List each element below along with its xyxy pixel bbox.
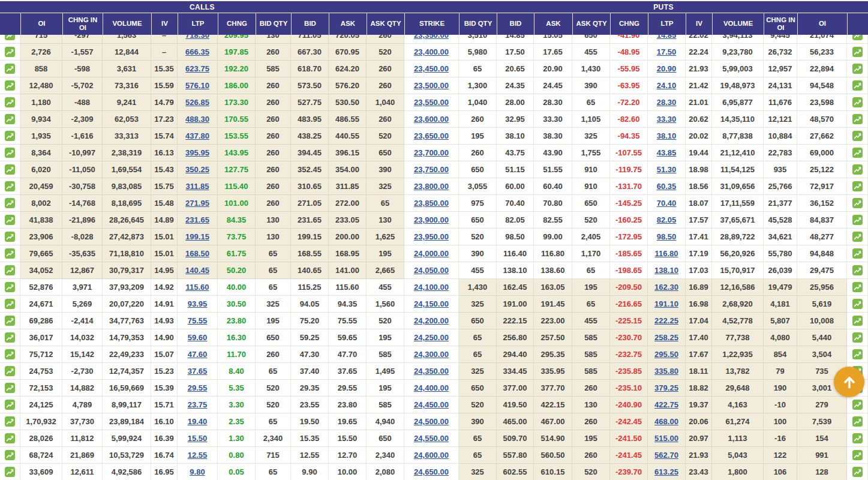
put-chart-icon-cell[interactable] bbox=[847, 44, 868, 61]
put-chart-icon-cell[interactable] bbox=[847, 195, 868, 212]
put-ltp-link[interactable]: 162.30 bbox=[654, 283, 678, 292]
strike-link[interactable]: 24,350.00 bbox=[414, 367, 449, 376]
strike-link[interactable]: 24,450.00 bbox=[414, 400, 449, 409]
call-ltp-link[interactable]: 23.75 bbox=[188, 400, 208, 409]
put-ltp-link[interactable]: 295.50 bbox=[654, 350, 678, 359]
put-ltp-link[interactable]: 335.80 bbox=[654, 367, 678, 376]
call-ltp-link[interactable]: 488.30 bbox=[185, 115, 209, 124]
call-chart-icon-cell[interactable] bbox=[0, 413, 20, 430]
call-chart-icon-cell[interactable] bbox=[0, 279, 20, 296]
call-ltp-link[interactable]: 311.85 bbox=[185, 182, 209, 191]
call-ltp-link[interactable]: 9.80 bbox=[190, 467, 205, 476]
strike-link[interactable]: 23,650.00 bbox=[414, 131, 449, 140]
call-ltp-link[interactable]: 115.60 bbox=[185, 283, 209, 292]
call-chart-icon-cell[interactable] bbox=[0, 195, 20, 212]
put-ltp-link[interactable]: 562.70 bbox=[654, 451, 678, 460]
put-chart-icon-cell[interactable] bbox=[847, 212, 868, 229]
put-chart-icon-cell[interactable] bbox=[847, 61, 868, 77]
put-chart-icon-cell[interactable] bbox=[847, 94, 868, 111]
put-ltp-link[interactable]: 116.80 bbox=[654, 249, 678, 258]
call-ltp-link[interactable]: 395.95 bbox=[185, 148, 209, 157]
put-chart-icon-cell[interactable] bbox=[847, 346, 868, 363]
call-ltp-link[interactable]: 437.80 bbox=[185, 131, 209, 140]
put-ltp-link[interactable]: 17.50 bbox=[657, 47, 677, 56]
call-chart-icon-cell[interactable] bbox=[0, 380, 20, 397]
put-chart-icon-cell[interactable] bbox=[847, 313, 868, 329]
call-chart-icon-cell[interactable] bbox=[0, 430, 20, 447]
call-chart-icon-cell[interactable] bbox=[0, 111, 20, 128]
put-chart-icon-cell[interactable] bbox=[847, 279, 868, 296]
put-ltp-link[interactable]: 258.25 bbox=[654, 333, 678, 342]
put-chart-icon-cell[interactable] bbox=[847, 447, 868, 464]
put-ltp-link[interactable]: 43.85 bbox=[657, 148, 677, 157]
call-chart-icon-cell[interactable] bbox=[0, 94, 20, 111]
call-chart-icon-cell[interactable] bbox=[0, 128, 20, 145]
put-chart-icon-cell[interactable] bbox=[847, 229, 868, 245]
strike-link[interactable]: 23,750.00 bbox=[414, 165, 449, 174]
strike-link[interactable]: 24,150.00 bbox=[414, 299, 449, 308]
put-ltp-link[interactable]: 138.10 bbox=[654, 266, 678, 275]
strike-link[interactable]: 23,600.00 bbox=[414, 115, 449, 124]
call-ltp-link[interactable]: 271.95 bbox=[185, 199, 209, 208]
put-ltp-link[interactable]: 613.25 bbox=[654, 467, 678, 476]
put-ltp-link[interactable]: 60.35 bbox=[657, 182, 677, 191]
strike-link[interactable]: 24,600.00 bbox=[414, 451, 449, 460]
strike-link[interactable]: 23,500.00 bbox=[414, 81, 449, 90]
put-ltp-link[interactable]: 24.10 bbox=[657, 81, 677, 90]
put-chart-icon-cell[interactable] bbox=[847, 128, 868, 145]
call-ltp-link[interactable]: 93.95 bbox=[188, 299, 208, 308]
put-ltp-link[interactable]: 98.50 bbox=[657, 232, 677, 241]
strike-link[interactable]: 23,400.00 bbox=[414, 47, 449, 56]
put-chart-icon-cell[interactable] bbox=[847, 430, 868, 447]
call-chart-icon-cell[interactable] bbox=[0, 363, 20, 380]
put-ltp-link[interactable]: 82.05 bbox=[657, 215, 677, 224]
put-ltp-link[interactable]: 38.10 bbox=[657, 131, 677, 140]
call-ltp-link[interactable]: 75.55 bbox=[188, 316, 208, 325]
strike-link[interactable]: 24,200.00 bbox=[414, 316, 449, 325]
put-chart-icon-cell[interactable] bbox=[847, 178, 868, 195]
put-ltp-link[interactable]: 191.10 bbox=[654, 299, 678, 308]
call-ltp-link[interactable]: 168.50 bbox=[185, 249, 209, 258]
call-chart-icon-cell[interactable] bbox=[0, 296, 20, 313]
put-chart-icon-cell[interactable] bbox=[847, 464, 868, 480]
call-chart-icon-cell[interactable] bbox=[0, 464, 20, 480]
strike-link[interactable]: 24,000.00 bbox=[414, 249, 449, 258]
put-chart-icon-cell[interactable] bbox=[847, 77, 868, 94]
call-ltp-link[interactable]: 576.10 bbox=[185, 81, 209, 90]
scroll-to-top-button[interactable] bbox=[834, 367, 864, 397]
put-ltp-link[interactable]: 379.25 bbox=[654, 383, 678, 392]
call-ltp-link[interactable]: 15.50 bbox=[188, 434, 208, 443]
call-chart-icon-cell[interactable] bbox=[0, 178, 20, 195]
strike-link[interactable]: 24,050.00 bbox=[414, 266, 449, 275]
put-ltp-link[interactable]: 515.00 bbox=[654, 434, 678, 443]
put-chart-icon-cell[interactable] bbox=[847, 111, 868, 128]
call-chart-icon-cell[interactable] bbox=[0, 77, 20, 94]
put-chart-icon-cell[interactable] bbox=[847, 245, 868, 262]
call-chart-icon-cell[interactable] bbox=[0, 44, 20, 61]
call-ltp-link[interactable]: 47.60 bbox=[188, 350, 208, 359]
call-ltp-link[interactable]: 59.60 bbox=[188, 333, 208, 342]
call-chart-icon-cell[interactable] bbox=[0, 313, 20, 329]
call-chart-icon-cell[interactable] bbox=[0, 212, 20, 229]
call-ltp-link[interactable]: 140.45 bbox=[185, 266, 209, 275]
call-ltp-link[interactable]: 623.75 bbox=[185, 64, 209, 73]
put-chart-icon-cell[interactable] bbox=[847, 397, 868, 413]
strike-link[interactable]: 24,550.00 bbox=[414, 434, 449, 443]
strike-link[interactable]: 23,700.00 bbox=[414, 148, 449, 157]
call-chart-icon-cell[interactable] bbox=[0, 397, 20, 413]
put-ltp-link[interactable]: 422.75 bbox=[654, 400, 678, 409]
strike-link[interactable]: 23,550.00 bbox=[414, 98, 449, 107]
put-chart-icon-cell[interactable] bbox=[847, 161, 868, 178]
call-ltp-link[interactable]: 37.65 bbox=[188, 367, 208, 376]
call-chart-icon-cell[interactable] bbox=[0, 447, 20, 464]
call-ltp-link[interactable]: 666.35 bbox=[185, 47, 209, 56]
put-ltp-link[interactable]: 222.25 bbox=[654, 316, 678, 325]
call-ltp-link[interactable]: 350.25 bbox=[185, 165, 209, 174]
put-ltp-link[interactable]: 20.90 bbox=[657, 64, 677, 73]
call-chart-icon-cell[interactable] bbox=[0, 346, 20, 363]
put-chart-icon-cell[interactable] bbox=[847, 145, 868, 161]
call-chart-icon-cell[interactable] bbox=[0, 245, 20, 262]
strike-link[interactable]: 24,300.00 bbox=[414, 350, 449, 359]
put-chart-icon-cell[interactable] bbox=[847, 296, 868, 313]
put-chart-icon-cell[interactable] bbox=[847, 329, 868, 346]
